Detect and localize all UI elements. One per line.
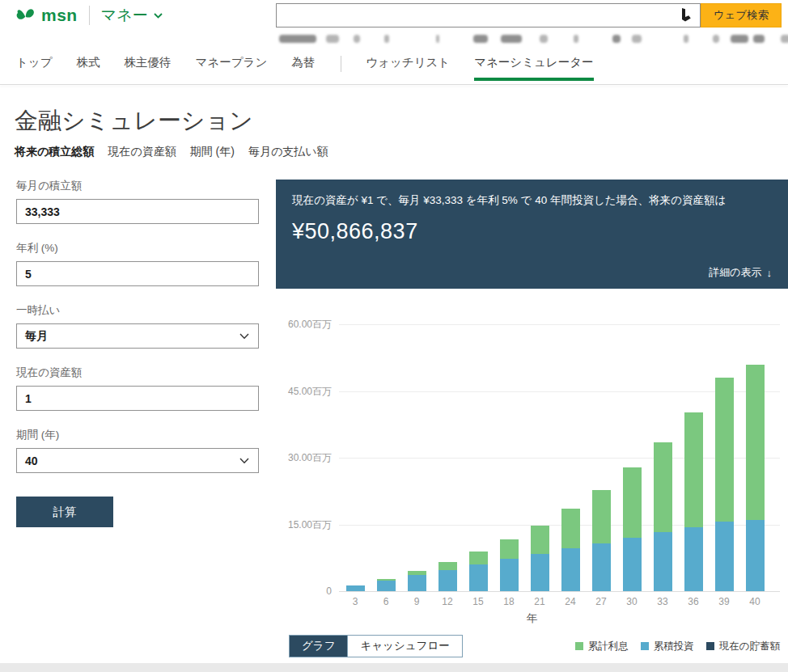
simulation-input-form: 毎月の積立額年利 (%)一時払い毎月現在の資産額期間 (年)40計算 — [16, 179, 259, 527]
gridline — [339, 525, 780, 526]
x-axis-tick-label: 6 — [370, 596, 402, 607]
obscured-breadcrumb-text — [279, 33, 781, 44]
nav-item-1[interactable]: トップ — [16, 55, 53, 81]
bar-segment — [684, 412, 703, 527]
bar-segment — [684, 527, 703, 591]
x-axis-tick-label: 24 — [554, 596, 587, 607]
bar-segment — [500, 539, 519, 559]
chart-footer: グラフキャッシュフロー 累計利息累積投資現在の貯蓄額 — [289, 635, 780, 657]
bar-year-24[interactable] — [561, 509, 580, 591]
chart-legend: 累計利息累積投資現在の貯蓄額 — [575, 640, 780, 653]
term-years-label: 期間 (年) — [16, 428, 259, 442]
channel-menu[interactable]: マネー — [101, 5, 163, 26]
bar-segment — [377, 581, 396, 591]
chevron-down-icon — [239, 333, 249, 340]
bar-segment — [561, 548, 580, 591]
details-toggle[interactable]: 詳細の表示 ↓ — [709, 265, 772, 280]
bar-year-18[interactable] — [500, 539, 519, 591]
brand-area: msn マネー — [15, 3, 163, 27]
bar-segment — [654, 532, 672, 591]
bar-segment — [715, 522, 734, 591]
bar-segment — [469, 552, 488, 564]
x-axis-tick-label: 40 — [739, 596, 771, 607]
nav-item-5[interactable]: 為替 — [291, 55, 315, 81]
bar-year-40[interactable] — [746, 365, 765, 591]
nav-item-4[interactable]: マネープラン — [196, 55, 268, 81]
x-axis-tick-label: 36 — [677, 596, 710, 607]
search-area: ウェブ検索 — [276, 3, 782, 27]
search-input[interactable] — [277, 4, 678, 27]
calculate-button[interactable]: 計算 — [16, 497, 113, 527]
gridline — [339, 591, 780, 592]
bar-segment — [531, 554, 549, 591]
x-axis-tick-label: 3 — [339, 596, 371, 607]
legend-label: 累計利息 — [588, 640, 629, 653]
x-axis-tick-label: 27 — [585, 596, 617, 607]
subtab-3[interactable]: 期間 (年) — [190, 145, 235, 159]
bar-segment — [623, 467, 642, 538]
payment-frequency-label: 一時払い — [16, 303, 259, 318]
x-axis-tick-label: 9 — [400, 596, 433, 607]
monthly-deposit-label: 毎月の積立額 — [16, 179, 259, 193]
arrow-down-icon: ↓ — [767, 267, 773, 279]
page-title: 金融シミュレーション — [15, 105, 253, 137]
bar-year-36[interactable] — [684, 412, 703, 591]
x-axis-tick-label: 12 — [431, 596, 464, 607]
result-summary: 現在の資産が ¥1 で、毎月 ¥33,333 を年利 5% で 40 年間投資し… — [292, 193, 772, 209]
legend-label: 現在の貯蓄額 — [719, 640, 780, 653]
page-bottom-strip — [0, 663, 788, 672]
legend-swatch — [641, 642, 649, 650]
web-search-button[interactable]: ウェブ検索 — [701, 3, 782, 27]
bar-year-15[interactable] — [469, 552, 488, 591]
bar-year-39[interactable] — [715, 378, 734, 591]
x-axis-tick-label: 30 — [616, 596, 648, 607]
nav-item-6[interactable]: ウォッチリスト — [366, 55, 450, 81]
y-axis-tick-label: 0 — [326, 585, 332, 597]
x-axis-tick-label: 33 — [646, 596, 679, 607]
term-years-select[interactable]: 40 — [16, 448, 259, 473]
channel-label: マネー — [101, 5, 148, 26]
nav-item-3[interactable]: 株主優待 — [125, 55, 172, 81]
current-assets-input[interactable] — [16, 386, 259, 411]
gridline — [339, 391, 780, 392]
bar-year-3[interactable] — [346, 585, 365, 591]
annual-rate-input[interactable] — [16, 261, 259, 286]
nav-item-7[interactable]: マネーシミュレーター — [474, 55, 593, 81]
nav-item-2[interactable]: 株式 — [77, 55, 100, 81]
msn-butterfly-icon — [15, 5, 36, 26]
chart-view-tabs: グラフキャッシュフロー — [289, 635, 463, 657]
subtab-4[interactable]: 毎月の支払い額 — [248, 145, 328, 159]
bar-year-9[interactable] — [408, 571, 426, 591]
nav-vertical-divider — [341, 56, 341, 72]
subtab-2[interactable]: 現在の資産額 — [108, 145, 176, 159]
x-axis-tick-label: 39 — [708, 596, 740, 607]
legend-swatch — [706, 642, 714, 650]
y-axis-tick-label: 30.00百万 — [288, 451, 332, 465]
subtab-1[interactable]: 将来の積立総額 — [15, 145, 94, 159]
bar-segment — [438, 570, 457, 591]
bar-segment — [531, 526, 549, 554]
y-axis-tick-label: 45.00百万 — [288, 384, 332, 398]
bar-year-21[interactable] — [531, 526, 549, 591]
x-axis-tick-label: 18 — [493, 596, 525, 607]
monthly-deposit-input[interactable] — [16, 199, 259, 224]
bar-year-30[interactable] — [623, 467, 642, 591]
form-group-monthly-deposit: 毎月の積立額 — [16, 179, 259, 224]
legend-label: 累積投資 — [654, 640, 694, 653]
result-panel: 現在の資産が ¥1 で、毎月 ¥33,333 を年利 5% で 40 年間投資し… — [276, 180, 788, 289]
bar-segment — [561, 509, 580, 548]
bar-segment — [438, 562, 457, 570]
bar-year-27[interactable] — [592, 490, 611, 591]
bar-year-33[interactable] — [654, 442, 672, 591]
legend-swatch — [575, 642, 583, 650]
search-box — [276, 3, 701, 27]
y-axis-tick-label: 15.00百万 — [288, 518, 332, 531]
brand-divider — [89, 6, 90, 25]
bar-segment — [346, 585, 365, 591]
payment-frequency-select[interactable]: 毎月 — [16, 323, 259, 349]
bar-segment — [746, 365, 765, 520]
bar-year-6[interactable] — [377, 579, 396, 591]
chart-tab-1[interactable]: グラフ — [290, 636, 347, 657]
chart-tab-2[interactable]: キャッシュフロー — [347, 636, 461, 657]
bar-year-12[interactable] — [438, 562, 457, 591]
